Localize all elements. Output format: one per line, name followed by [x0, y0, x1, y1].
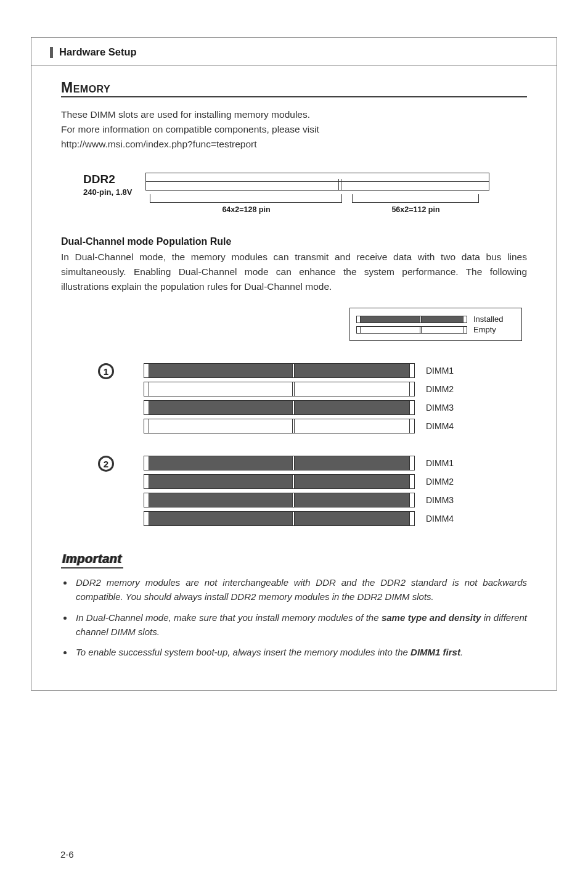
ddr2-slot-outline — [145, 173, 489, 191]
dimm-slot-graphic — [144, 363, 415, 378]
dualchannel-body: In Dual-Channel mode, the memory modules… — [61, 250, 527, 294]
memory-intro-line3: http://www.msi.com/index.php?func=testre… — [61, 137, 527, 152]
legend-box: Installed Empty — [349, 308, 522, 341]
important-heading: Important — [61, 552, 123, 569]
dimm-slot-label: DIMM3 — [426, 400, 454, 415]
legend-empty-graphic — [356, 326, 467, 334]
dimm-slot-label: DIMM3 — [426, 493, 454, 507]
important-section: Important DDR2 memory modules are not in… — [61, 552, 527, 659]
content-area: Memory These DIMM slots are used for ins… — [31, 66, 557, 659]
header-accent-bar — [50, 47, 53, 58]
legend-empty: Empty — [356, 325, 515, 334]
ddr2-title: DDR2 — [83, 173, 132, 186]
dimm-slot-label: DIMM2 — [426, 474, 454, 489]
header-row: Hardware Setup — [31, 38, 557, 66]
config-sets: 1DIMM1DIMM2DIMM3DIMM42DIMM1DIMM2DIMM3DIM… — [61, 363, 527, 526]
dimm-slot-label: DIMM1 — [426, 363, 454, 378]
header-section-title: Hardware Setup — [59, 46, 137, 58]
dimm-label-stack: DIMM1DIMM2DIMM3DIMM4 — [426, 456, 454, 526]
memory-intro: These DIMM slots are used for installing… — [61, 107, 527, 152]
legend-installed-graphic — [356, 316, 467, 323]
important-bullet-2-emph: same type and density — [382, 612, 481, 623]
ddr2-dimension-brackets — [145, 194, 489, 203]
dimm-slot-label: DIMM4 — [426, 419, 454, 433]
config-number-badge: 2 — [98, 456, 114, 472]
config-number-badge: 1 — [98, 363, 114, 379]
dualchannel-heading: Dual-Channel mode Population Rule — [61, 236, 527, 247]
ddr2-diagram: DDR2 240-pin, 1.8V — [83, 173, 527, 214]
page-number: 2-6 — [60, 849, 74, 860]
dimm-slot-label: DIMM2 — [426, 382, 454, 396]
dimm-slot-label: DIMM4 — [426, 511, 454, 526]
important-bullet-3-post: . — [460, 647, 463, 657]
ddr2-dim-left: 64x2=128 pin — [150, 205, 342, 214]
important-bullet-2-pre: In Dual-Channel mode, make sure that you… — [76, 612, 382, 623]
config-set: 1DIMM1DIMM2DIMM3DIMM4 — [61, 363, 527, 433]
important-bullet-2: In Dual-Channel mode, make sure that you… — [73, 610, 527, 639]
important-bullet-3-emph: DIMM1 first — [410, 647, 460, 657]
dimm-slot-graphic — [144, 474, 415, 489]
dimm-slot-graphic — [144, 400, 415, 415]
dimm-slot-graphic — [144, 419, 415, 433]
memory-intro-line1: These DIMM slots are used for installing… — [61, 107, 527, 122]
memory-heading: Memory — [61, 80, 527, 96]
dimm-slot-label: DIMM1 — [426, 456, 454, 470]
config-set: 2DIMM1DIMM2DIMM3DIMM4 — [61, 456, 527, 526]
ddr2-subtitle: 240-pin, 1.8V — [83, 187, 132, 197]
ddr2-slot-graphic: 64x2=128 pin 56x2=112 pin — [145, 173, 489, 214]
dimm-stack — [144, 363, 415, 433]
dimm-stack — [144, 456, 415, 526]
dimm-slot-graphic — [144, 382, 415, 396]
important-bullet-1: DDR2 memory modules are not interchangea… — [73, 575, 527, 604]
legend-empty-label: Empty — [473, 325, 496, 334]
important-bullet-3: To enable successful system boot-up, alw… — [73, 645, 527, 659]
legend-installed-label: Installed — [473, 314, 503, 324]
important-bullet-3-pre: To enable successful system boot-up, alw… — [76, 647, 410, 657]
legend-installed: Installed — [356, 314, 515, 324]
page-frame: Hardware Setup Memory These DIMM slots a… — [31, 37, 557, 691]
dimm-slot-graphic — [144, 511, 415, 526]
dimm-label-stack: DIMM1DIMM2DIMM3DIMM4 — [426, 363, 454, 433]
ddr2-label-block: DDR2 240-pin, 1.8V — [83, 173, 132, 197]
memory-intro-line2: For more information on compatible compo… — [61, 122, 527, 137]
important-bullet-1-text: DDR2 memory modules are not interchangea… — [76, 577, 527, 602]
important-list: DDR2 memory modules are not interchangea… — [73, 575, 527, 659]
dimm-slot-graphic — [144, 493, 415, 507]
memory-heading-wrap: Memory — [61, 80, 527, 97]
ddr2-dim-right: 56x2=112 pin — [352, 205, 479, 214]
ddr2-dimension-labels: 64x2=128 pin 56x2=112 pin — [145, 205, 489, 214]
dimm-slot-graphic — [144, 456, 415, 470]
